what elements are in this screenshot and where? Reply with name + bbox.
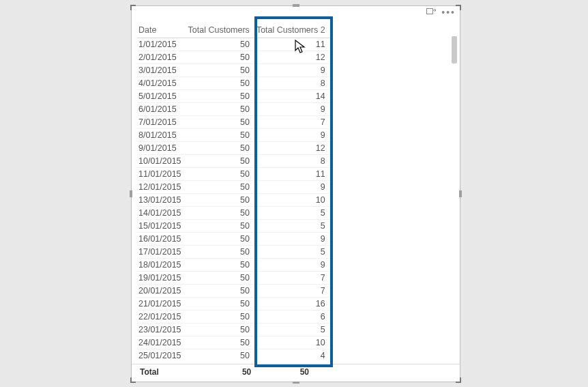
table-row[interactable]: 5/01/20155014	[137, 90, 331, 103]
col-header-date[interactable]: Date	[137, 24, 187, 38]
table-row[interactable]: 20/01/2015507	[137, 285, 331, 298]
table-row[interactable]: 13/01/20155010	[137, 194, 331, 207]
cell-date: 14/01/2015	[137, 207, 187, 220]
cell-total-customers-2: 12	[255, 142, 331, 155]
table-row[interactable]: 23/01/2015505	[137, 324, 331, 336]
cell-total-customers: 50	[187, 64, 255, 77]
table-footer: Total 50 50	[132, 364, 460, 382]
cell-date: 6/01/2015	[137, 103, 187, 116]
scrollbar-thumb[interactable]	[452, 36, 457, 63]
table-row[interactable]: 10/01/2015508	[137, 155, 331, 168]
resize-handle[interactable]	[456, 382, 461, 383]
table-row[interactable]: 17/01/2015505	[137, 246, 331, 259]
cell-total-customers: 50	[187, 233, 255, 246]
cell-total-customers: 50	[187, 168, 255, 181]
cell-total-customers: 50	[187, 103, 255, 116]
cell-date: 17/01/2015	[137, 246, 187, 259]
table-visual-frame[interactable]: ••• Date Total Customers Total Customers…	[131, 5, 460, 382]
cell-total-customers-2: 16	[255, 298, 331, 311]
cell-total-customers-2: 8	[255, 155, 331, 168]
cell-total-customers-2: 11	[255, 168, 331, 181]
table-row[interactable]: 19/01/2015507	[137, 272, 331, 285]
col-header-total-customers[interactable]: Total Customers	[187, 24, 255, 38]
cell-date: 1/01/2015	[137, 38, 187, 51]
cell-date: 11/01/2015	[137, 168, 187, 181]
table-row[interactable]: 18/01/2015509	[137, 259, 331, 272]
cell-total-customers-2: 4	[255, 349, 331, 362]
resize-handle[interactable]	[130, 190, 132, 197]
cell-date: 4/01/2015	[137, 77, 187, 90]
cell-total-customers: 50	[187, 272, 255, 285]
cell-date: 25/01/2015	[137, 349, 187, 362]
resize-handle[interactable]	[459, 190, 462, 197]
cell-date: 15/01/2015	[137, 220, 187, 233]
col-header-total-customers-2[interactable]: Total Customers 2	[255, 24, 331, 38]
total-customers-2-value: 50	[256, 364, 314, 377]
cell-total-customers-2: 9	[255, 64, 331, 77]
table-row[interactable]: 4/01/2015508	[137, 77, 331, 90]
cell-date: 20/01/2015	[137, 285, 187, 298]
cell-date: 5/01/2015	[137, 90, 187, 103]
cell-date: 9/01/2015	[137, 142, 187, 155]
cell-total-customers-2: 5	[255, 246, 331, 259]
cell-total-customers-2: 10	[255, 336, 331, 349]
table-header-row: Date Total Customers Total Customers 2	[137, 24, 331, 38]
table-row[interactable]: 7/01/2015507	[137, 116, 331, 129]
table-row[interactable]: 21/01/20155016	[137, 298, 331, 311]
cell-total-customers: 50	[187, 38, 255, 51]
cell-date: 13/01/2015	[137, 194, 187, 207]
cell-total-customers-2: 9	[255, 259, 331, 272]
table-row[interactable]: 15/01/2015505	[137, 220, 331, 233]
cell-total-customers-2: 9	[255, 103, 331, 116]
total-label: Total	[138, 364, 201, 377]
cell-total-customers-2: 9	[255, 233, 331, 246]
table-row[interactable]: 25/01/2015504	[137, 349, 331, 362]
cell-total-customers-2: 7	[255, 272, 331, 285]
cell-total-customers: 50	[187, 285, 255, 298]
cell-total-customers-2: 7	[255, 116, 331, 129]
resize-handle[interactable]	[130, 382, 136, 383]
cell-date: 3/01/2015	[137, 64, 187, 77]
cell-date: 16/01/2015	[137, 233, 187, 246]
cell-total-customers: 50	[187, 142, 255, 155]
cell-total-customers-2: 6	[255, 311, 331, 324]
cell-total-customers: 50	[187, 298, 255, 311]
table-row[interactable]: 2/01/20155012	[137, 51, 331, 64]
table-row[interactable]: 16/01/2015509	[137, 233, 331, 246]
cell-total-customers: 50	[187, 129, 255, 142]
table-row[interactable]: 24/01/20155010	[137, 336, 331, 349]
cell-total-customers: 50	[187, 194, 255, 207]
cell-total-customers-2: 5	[255, 207, 331, 220]
more-options-icon[interactable]: •••	[441, 9, 456, 16]
table-scroll-area[interactable]: Date Total Customers Total Customers 2 1…	[137, 24, 453, 361]
cell-date: 22/01/2015	[137, 311, 187, 324]
cell-total-customers: 50	[187, 181, 255, 194]
table-row[interactable]: 22/01/2015506	[137, 311, 331, 324]
table-row[interactable]: 6/01/2015509	[137, 103, 331, 116]
table-row[interactable]: 12/01/2015509	[137, 181, 331, 194]
table-row[interactable]: 9/01/20155012	[137, 142, 331, 155]
table-row[interactable]: 14/01/2015505	[137, 207, 331, 220]
cell-total-customers-2: 9	[255, 181, 331, 194]
cell-total-customers: 50	[187, 155, 255, 168]
cell-total-customers-2: 8	[255, 77, 331, 90]
cell-total-customers-2: 12	[255, 51, 331, 64]
cell-date: 12/01/2015	[137, 181, 187, 194]
cell-total-customers: 50	[187, 77, 255, 90]
cell-total-customers: 50	[187, 116, 255, 129]
cell-date: 21/01/2015	[137, 298, 187, 311]
cell-date: 10/01/2015	[137, 155, 187, 168]
data-table: Date Total Customers Total Customers 2 1…	[137, 24, 331, 361]
table-row[interactable]: 8/01/2015509	[137, 129, 331, 142]
table-row[interactable]: 1/01/20155011	[137, 38, 331, 51]
svg-rect-0	[427, 9, 433, 14]
focus-mode-icon[interactable]	[426, 8, 436, 16]
cell-total-customers: 50	[187, 207, 255, 220]
cell-total-customers: 50	[187, 246, 255, 259]
cell-date: 23/01/2015	[137, 324, 187, 336]
table-row[interactable]: 11/01/20155011	[137, 168, 331, 181]
cell-total-customers: 50	[187, 311, 255, 324]
vertical-scrollbar[interactable]	[450, 23, 458, 362]
cell-date: 19/01/2015	[137, 272, 187, 285]
table-row[interactable]: 3/01/2015509	[137, 64, 331, 77]
